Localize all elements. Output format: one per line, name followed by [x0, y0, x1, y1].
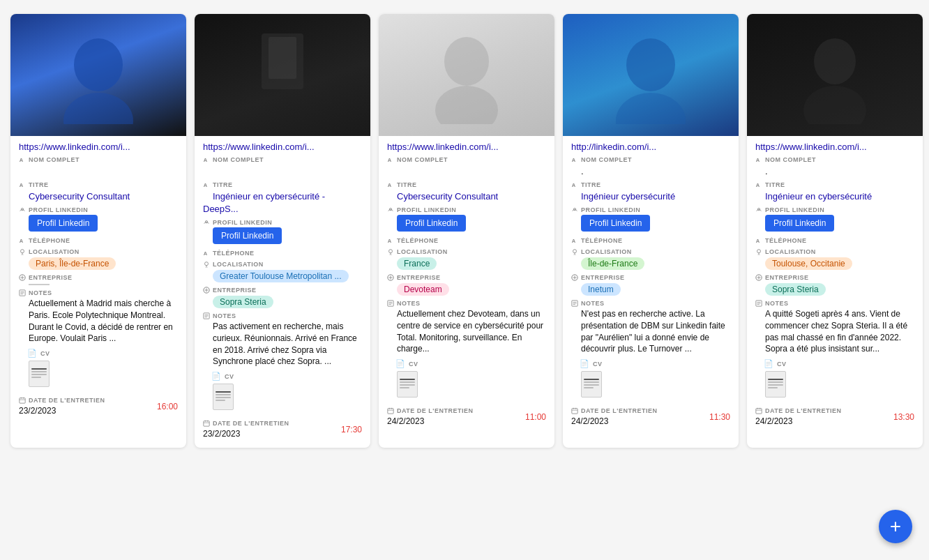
localisation-field: LOCALISATION Paris, Île-de-France — [19, 248, 178, 270]
nom-label: A NOM COMPLET — [387, 156, 546, 163]
card-photo — [563, 14, 739, 136]
svg-point-80 — [814, 38, 856, 84]
svg-text:A: A — [204, 157, 208, 163]
nom-label: A NOM COMPLET — [755, 156, 914, 163]
notes-field: NOTES Actuellement à Madrid mais cherche… — [19, 289, 178, 345]
candidate-card: https://www.linkedin.com/i... A NOM COMP… — [10, 14, 186, 448]
svg-rect-16 — [20, 398, 25, 404]
entreprise-tag: Inetum — [581, 283, 621, 296]
notes-field: NOTES Pas activement en recherche, mais … — [203, 312, 362, 368]
titre-label: A TITRE — [387, 181, 546, 188]
notes-field: NOTES N'est pas en recherche active. La … — [571, 300, 730, 355]
svg-text:A: A — [20, 238, 24, 244]
card-photo — [747, 14, 923, 136]
cv-icon: 📄 — [764, 359, 773, 368]
date-value: 23/2/2023 — [19, 406, 56, 416]
svg-text:A: A — [756, 238, 760, 244]
titre-value: Ingénieur cybersécurité — [571, 191, 675, 202]
cv-icon: 📄 — [395, 359, 405, 368]
svg-text:A: A — [756, 157, 760, 163]
profil-linkedin-button[interactable]: Profil Linkedin — [29, 215, 98, 232]
cv-row: 📄 CV — [571, 359, 730, 368]
svg-rect-41 — [435, 86, 498, 124]
date-label: DATE DE L'ENTRETIEN — [19, 397, 105, 404]
time-value: 16:00 — [157, 402, 178, 411]
svg-rect-21 — [269, 37, 296, 79]
notes-field: NOTES Actuellement chez Devoteam, dans u… — [387, 300, 546, 355]
cv-thumb-container — [387, 371, 546, 398]
card-photo — [195, 14, 370, 136]
cv-thumb-container — [19, 361, 178, 387]
telephone-label: A TÉLÉPHONE — [571, 237, 730, 244]
date-row: DATE DE L'ENTRETIEN 24/2/2023 13:30 — [747, 403, 923, 428]
profil-label: PROFIL LINKEDIN — [755, 206, 914, 213]
entreprise-field: ENTREPRISE Devoteam — [387, 274, 546, 296]
linkedin-url[interactable]: https://www.linkedin.com/i... — [755, 142, 914, 152]
svg-text:A: A — [388, 238, 392, 244]
svg-point-0 — [74, 38, 123, 91]
nom-empty — [387, 166, 397, 176]
time-value: 13:30 — [893, 412, 914, 422]
entreprise-field: ENTREPRISE Sopra Steria — [755, 274, 914, 296]
nom-empty — [19, 166, 29, 176]
profil-field: PROFIL LINKEDIN Profil Linkedin — [571, 206, 730, 233]
time-value: 11:30 — [709, 412, 730, 422]
svg-point-28 — [205, 267, 208, 268]
linkedin-url[interactable]: https://www.linkedin.com/i... — [203, 142, 362, 152]
linkedin-url[interactable]: https://www.linkedin.com/i... — [19, 142, 178, 152]
svg-point-88 — [757, 255, 760, 255]
entreprise-tag: Sopra Steria — [765, 283, 826, 296]
notes-value: Actuellement à Madrid mais cherche à Par… — [19, 298, 178, 345]
notes-value: Actuellement chez Devoteam, dans un cent… — [387, 308, 546, 355]
profil-linkedin-button[interactable]: Profil Linkedin — [765, 215, 834, 232]
nom-field: A NOM COMPLET — [387, 156, 546, 177]
telephone-label: A TÉLÉPHONE — [387, 237, 546, 244]
profil-label: PROFIL LINKEDIN — [571, 206, 730, 213]
nom-field: A NOM COMPLET — [19, 156, 178, 177]
cv-row: 📄 CV — [755, 359, 914, 368]
svg-rect-36 — [204, 421, 209, 427]
localisation-label: LOCALISATION — [203, 261, 362, 268]
cv-thumbnail[interactable] — [397, 371, 418, 398]
cv-icon: 📄 — [580, 359, 589, 368]
localisation-field: LOCALISATION Greater Toulouse Metropolit… — [203, 261, 362, 282]
svg-point-60 — [626, 38, 675, 91]
profil-field: PROFIL LINKEDIN Profil Linkedin — [755, 206, 914, 233]
cv-thumbnail[interactable] — [213, 384, 234, 410]
profil-linkedin-button[interactable]: Profil Linkedin — [397, 215, 466, 232]
nom-field: A NOM COMPLET — [203, 156, 362, 177]
telephone-label: A TÉLÉPHONE — [203, 250, 362, 257]
entreprise-tag: Devoteam — [397, 283, 449, 296]
titre-label: A TITRE — [755, 181, 914, 188]
date-value: 24/2/2023 — [387, 416, 424, 426]
entreprise-field: ENTREPRISE Inetum — [571, 274, 730, 296]
entreprise-label: ENTREPRISE — [755, 274, 914, 281]
cv-thumbnail[interactable] — [581, 371, 602, 398]
cv-thumb-container — [571, 371, 730, 398]
svg-text:A: A — [572, 182, 576, 188]
linkedin-url[interactable]: https://www.linkedin.com/i... — [387, 142, 546, 152]
cv-thumbnail[interactable] — [29, 361, 50, 387]
cv-label: CV — [225, 373, 234, 380]
telephone-field: A TÉLÉPHONE — [203, 250, 362, 257]
profil-linkedin-button[interactable]: Profil Linkedin — [213, 227, 282, 244]
time-value: 11:00 — [525, 412, 546, 422]
notes-label: NOTES — [571, 300, 730, 307]
linkedin-url[interactable]: http://linkedin.com/i... — [571, 142, 730, 152]
telephone-field: A TÉLÉPHONE — [387, 237, 546, 244]
svg-text:A: A — [388, 157, 392, 163]
svg-point-40 — [444, 37, 489, 86]
card-photo — [379, 14, 554, 136]
titre-value: Cybersecurity Consultant — [19, 191, 130, 202]
cv-thumbnail[interactable] — [765, 371, 786, 398]
svg-text:A: A — [572, 238, 576, 244]
nom-label: A NOM COMPLET — [571, 156, 730, 163]
candidate-card: https://www.linkedin.com/i... A NOM COMP… — [379, 14, 554, 448]
titre-value: Cybersecurity Consultant — [387, 191, 498, 202]
notes-value: N'est pas en recherche active. La présen… — [571, 308, 730, 355]
telephone-field: A TÉLÉPHONE — [755, 237, 914, 244]
profil-linkedin-button[interactable]: Profil Linkedin — [581, 215, 650, 232]
notes-label: NOTES — [203, 312, 362, 319]
date-label: DATE DE L'ENTRETIEN — [755, 407, 841, 414]
candidate-card: http://linkedin.com/i... A NOM COMPLET .… — [563, 14, 739, 448]
